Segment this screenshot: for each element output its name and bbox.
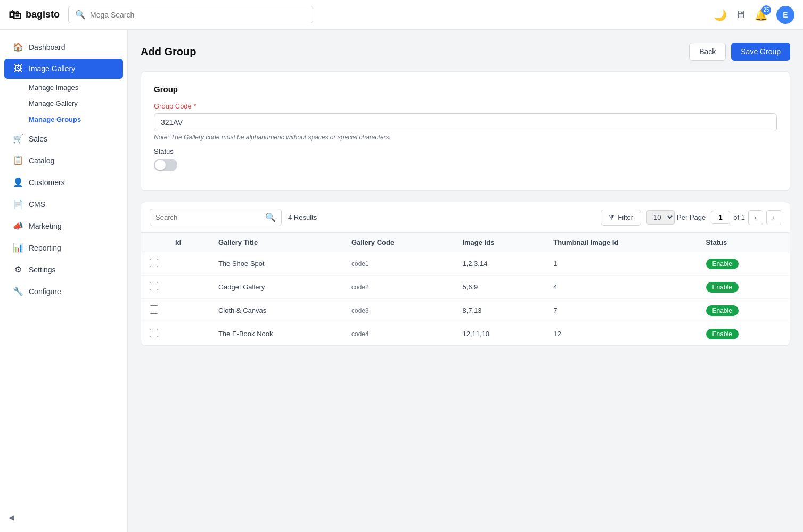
status-group: Status xyxy=(154,147,777,171)
sidebar-sub-manage-groups[interactable]: Manage Groups xyxy=(4,112,123,127)
pagination: of 1 ‹ › xyxy=(711,210,781,225)
display-icon[interactable]: 🖥 xyxy=(735,9,746,21)
catalog-icon: 📋 xyxy=(13,155,23,165)
manage-gallery-label: Manage Gallery xyxy=(29,99,78,107)
row-gallery-title-1: Gadget Gallery xyxy=(210,276,343,299)
row-checkbox-cell xyxy=(141,322,167,346)
next-page-button[interactable]: › xyxy=(766,210,781,225)
sidebar-item-label-gallery: Image Gallery xyxy=(29,64,75,73)
table-row: Gadget Gallery code2 5,6,9 4 Enable xyxy=(141,276,790,299)
status-label: Status xyxy=(154,147,777,155)
results-count: 4 Results xyxy=(288,213,317,221)
sidebar-item-label-marketing: Marketing xyxy=(29,222,61,230)
cms-icon: 📄 xyxy=(13,199,23,209)
row-status-3: Enable xyxy=(698,322,790,346)
sidebar-item-dashboard[interactable]: 🏠 Dashboard xyxy=(4,37,123,57)
manage-images-label: Manage Images xyxy=(29,84,78,92)
sidebar-item-configure[interactable]: 🔧 Configure xyxy=(4,281,123,302)
row-gallery-title-3: The E-Book Nook xyxy=(210,322,343,346)
sidebar-item-label-sales: Sales xyxy=(29,135,47,143)
sidebar-item-image-gallery[interactable]: 🖼 Image Gallery xyxy=(4,59,123,79)
prev-page-button[interactable]: ‹ xyxy=(748,210,763,225)
table-search-input[interactable] xyxy=(155,213,262,221)
row-gallery-code-3: code4 xyxy=(343,322,454,346)
row-thumbnail-1: 4 xyxy=(545,276,697,299)
group-code-input[interactable] xyxy=(154,113,777,131)
row-gallery-code-2: code3 xyxy=(343,299,454,322)
sidebar-item-settings[interactable]: ⚙ Settings xyxy=(4,259,123,280)
search-bar: 🔍 xyxy=(68,6,313,23)
row-thumbnail-2: 7 xyxy=(545,299,697,322)
back-button[interactable]: Back xyxy=(689,43,726,61)
row-status-2: Enable xyxy=(698,299,790,322)
table-row: The Shoe Spot code1 1,2,3,14 1 Enable xyxy=(141,252,790,276)
col-checkbox xyxy=(141,233,167,252)
row-checkbox-cell xyxy=(141,252,167,276)
sidebar: 🏠 Dashboard 🖼 Image Gallery Manage Image… xyxy=(0,30,128,532)
sidebar-sub-manage-gallery[interactable]: Manage Gallery xyxy=(4,96,123,111)
col-thumbnail-image-id: Thumbnail Image Id xyxy=(545,233,697,252)
per-page-dropdown[interactable]: 10 25 50 xyxy=(646,210,675,225)
topbar: 🛍 bagisto 🔍 🌙 🖥 🔔 25 E xyxy=(0,0,803,30)
row-gallery-title-2: Cloth & Canvas xyxy=(210,299,343,322)
data-table: Id Gallery Title Gallery Code Image Ids … xyxy=(141,233,790,345)
group-code-note: Note: The Gallery code must be alphanume… xyxy=(154,134,777,141)
sidebar-item-sales[interactable]: 🛒 Sales xyxy=(4,128,123,149)
moon-icon[interactable]: 🌙 xyxy=(714,9,727,21)
sidebar-item-marketing[interactable]: 📣 Marketing xyxy=(4,215,123,236)
sidebar-item-label-customers: Customers xyxy=(29,178,65,187)
table-row: The E-Book Nook code4 12,11,10 12 Enable xyxy=(141,322,790,346)
page-title: Add Group xyxy=(141,46,196,58)
table-row: Cloth & Canvas code3 8,7,13 7 Enable xyxy=(141,299,790,322)
table-body: The Shoe Spot code1 1,2,3,14 1 Enable Ga… xyxy=(141,252,790,346)
sidebar-item-label-catalog: Catalog xyxy=(29,156,54,165)
status-badge-0: Enable xyxy=(706,259,739,269)
table-head: Id Gallery Title Gallery Code Image Ids … xyxy=(141,233,790,252)
table-toolbar: 🔍 4 Results ⧩ Filter 10 25 50 Per Pa xyxy=(141,202,790,233)
row-checkbox-3[interactable] xyxy=(150,329,158,337)
page-input[interactable] xyxy=(711,211,730,224)
row-thumbnail-0: 1 xyxy=(545,252,697,276)
row-id-1 xyxy=(167,276,210,299)
notification-wrap[interactable]: 🔔 25 xyxy=(755,9,768,21)
avatar[interactable]: E xyxy=(776,6,794,24)
logo-icon: 🛍 xyxy=(9,7,21,22)
filter-icon: ⧩ xyxy=(609,213,614,222)
row-thumbnail-3: 12 xyxy=(545,322,697,346)
row-checkbox-1[interactable] xyxy=(150,282,158,290)
toggle-knob xyxy=(155,160,166,170)
sidebar-item-catalog[interactable]: 📋 Catalog xyxy=(4,150,123,171)
logo[interactable]: 🛍 bagisto xyxy=(9,7,60,22)
row-id-0 xyxy=(167,252,210,276)
sidebar-item-label-cms: CMS xyxy=(29,200,45,209)
row-checkbox-2[interactable] xyxy=(150,305,158,314)
col-gallery-code: Gallery Code xyxy=(343,233,454,252)
sidebar-item-cms[interactable]: 📄 CMS xyxy=(4,194,123,214)
sales-icon: 🛒 xyxy=(13,134,23,144)
col-id: Id xyxy=(167,233,210,252)
save-group-button[interactable]: Save Group xyxy=(731,43,790,61)
row-checkbox-0[interactable] xyxy=(150,259,158,267)
status-toggle[interactable] xyxy=(154,159,177,171)
group-form-title: Group xyxy=(154,85,777,94)
configure-icon: 🔧 xyxy=(13,286,23,296)
sidebar-sub-manage-images[interactable]: Manage Images xyxy=(4,80,123,95)
sidebar-item-reporting[interactable]: 📊 Reporting xyxy=(4,237,123,258)
collapse-icon: ◀ xyxy=(9,513,14,521)
header-actions: Back Save Group xyxy=(689,43,790,61)
col-gallery-title: Gallery Title xyxy=(210,233,343,252)
per-page-label: Per Page xyxy=(677,213,706,221)
sidebar-collapse[interactable]: ◀ xyxy=(0,509,127,526)
topbar-right: 🌙 🖥 🔔 25 E xyxy=(714,6,794,24)
group-form-card: Group Group Code * Note: The Gallery cod… xyxy=(141,71,790,191)
row-image-ids-2: 8,7,13 xyxy=(454,299,545,322)
group-code-group: Group Code * Note: The Gallery code must… xyxy=(154,102,777,141)
status-badge-2: Enable xyxy=(706,305,739,316)
filter-button[interactable]: ⧩ Filter xyxy=(601,210,641,226)
table-section: 🔍 4 Results ⧩ Filter 10 25 50 Per Pa xyxy=(141,202,790,346)
search-input[interactable] xyxy=(90,11,306,19)
sidebar-item-label-settings: Settings xyxy=(29,265,56,274)
sidebar-item-customers[interactable]: 👤 Customers xyxy=(4,172,123,193)
col-image-ids: Image Ids xyxy=(454,233,545,252)
status-badge-3: Enable xyxy=(706,329,739,339)
